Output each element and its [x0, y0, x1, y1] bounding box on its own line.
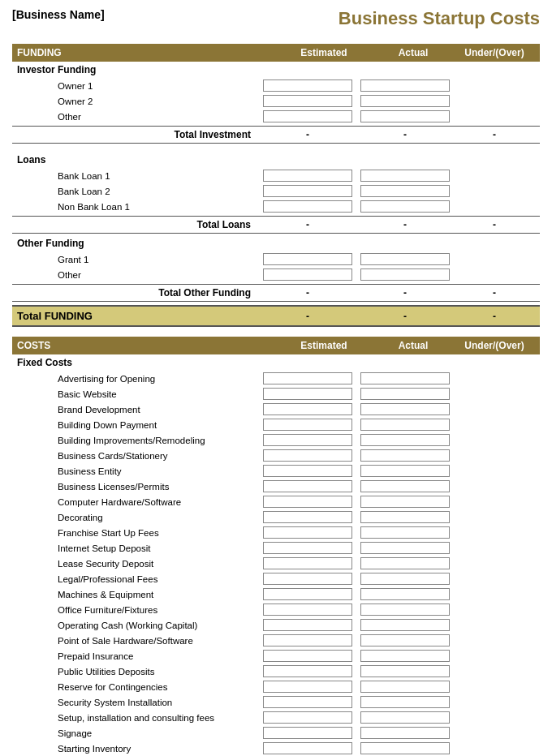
owner2-actual-input[interactable] [360, 95, 450, 107]
fixed-cost-actual-input-14[interactable] [360, 588, 450, 600]
bank-loan1-actual-input[interactable] [360, 170, 450, 182]
fixed-cost-estimated-input-11[interactable] [263, 542, 352, 554]
fixed-cost-actual-input-17[interactable] [360, 634, 450, 646]
fixed-cost-under-15 [458, 604, 531, 616]
fixed-cost-actual-input-20[interactable] [360, 681, 450, 693]
fixed-cost-estimated-input-18[interactable] [263, 650, 352, 662]
fixed-cost-under-12 [458, 557, 531, 569]
fixed-cost-estimated-input-3[interactable] [263, 419, 352, 431]
fixed-cost-estimated-input-6[interactable] [263, 465, 352, 477]
total-investment-label: Total Investment [17, 129, 259, 140]
fixed-cost-under-2 [458, 403, 531, 415]
fixed-cost-estimated-input-2[interactable] [263, 403, 352, 415]
list-item: Non Bank Loan 1 [12, 199, 540, 214]
fixed-cost-actual-input-15[interactable] [360, 604, 450, 616]
owner1-estimated-input[interactable] [263, 79, 352, 92]
non-bank-loan1-label: Non Bank Loan 1 [17, 202, 259, 212]
fixed-cost-estimated-input-14[interactable] [263, 588, 352, 600]
fixed-cost-estimated-input-1[interactable] [263, 388, 352, 400]
funding-col-actual: Actual [373, 47, 454, 58]
fixed-cost-estimated-input-4[interactable] [263, 434, 352, 446]
fixed-cost-under-17 [458, 634, 531, 646]
list-item: Office Furniture/Fixtures [12, 602, 540, 617]
non-bank-loan1-estimated-input[interactable] [263, 200, 352, 213]
fixed-cost-estimated-input-23[interactable] [263, 727, 352, 739]
fixed-cost-label-12: Lease Security Deposit [17, 559, 259, 569]
fixed-cost-actual-input-16[interactable] [360, 619, 450, 631]
fixed-cost-estimated-input-13[interactable] [263, 573, 352, 585]
fixed-cost-estimated-input-21[interactable] [263, 696, 352, 708]
total-other-funding-under: - [458, 287, 531, 299]
fixed-cost-actual-input-13[interactable] [360, 573, 450, 585]
other-funding-other-label: Other [17, 270, 259, 280]
other-funding-other-under [458, 268, 531, 281]
list-item: Basic Website [12, 386, 540, 402]
fixed-cost-actual-input-2[interactable] [360, 403, 450, 415]
list-item: Owner 2 [12, 93, 540, 109]
fixed-cost-actual-input-18[interactable] [360, 650, 450, 662]
total-investment-under: - [458, 129, 531, 140]
grant1-actual-input[interactable] [360, 253, 450, 265]
list-item: Other [12, 267, 540, 282]
fixed-cost-actual-input-21[interactable] [360, 696, 450, 708]
fixed-cost-estimated-input-16[interactable] [263, 619, 352, 631]
fixed-cost-under-22 [458, 711, 531, 724]
fixed-cost-estimated-input-7[interactable] [263, 480, 352, 492]
non-bank-loan1-actual-input[interactable] [360, 200, 450, 213]
other-funding-other-estimated-input[interactable] [263, 268, 352, 281]
fixed-cost-actual-input-11[interactable] [360, 542, 450, 554]
list-item: Public Utilities Deposits [12, 664, 540, 679]
fixed-cost-estimated-input-20[interactable] [263, 681, 352, 693]
other-funding-other-actual-input[interactable] [360, 268, 450, 281]
fixed-cost-label-21: Security System Installation [17, 698, 259, 707]
fixed-cost-estimated-input-8[interactable] [263, 496, 352, 508]
fixed-cost-estimated-input-9[interactable] [263, 511, 352, 523]
investor-other-actual-input[interactable] [360, 110, 450, 122]
bank-loan2-estimated-input[interactable] [263, 185, 352, 197]
fixed-cost-actual-input-8[interactable] [360, 496, 450, 508]
fixed-cost-actual-input-0[interactable] [360, 372, 450, 384]
fixed-cost-estimated-input-5[interactable] [263, 449, 352, 462]
total-investment-row: Total Investment - - - [12, 126, 540, 144]
owner1-actual-input[interactable] [360, 79, 450, 92]
fixed-cost-estimated-input-24[interactable] [263, 742, 352, 754]
fixed-cost-actual-input-7[interactable] [360, 480, 450, 492]
fixed-cost-under-20 [458, 681, 531, 693]
fixed-costs-label: Fixed Costs [12, 354, 540, 371]
fixed-cost-label-11: Internet Setup Deposit [17, 543, 259, 553]
fixed-cost-estimated-input-22[interactable] [263, 711, 352, 724]
fixed-cost-actual-input-10[interactable] [360, 526, 450, 539]
bank-loan2-actual-input[interactable] [360, 185, 450, 197]
investor-other-estimated-input[interactable] [263, 110, 352, 122]
fixed-cost-under-23 [458, 727, 531, 739]
fixed-cost-actual-input-5[interactable] [360, 449, 450, 462]
bank-loan2-label: Bank Loan 2 [17, 187, 259, 196]
list-item: Grant 1 [12, 251, 540, 267]
fixed-cost-actual-input-4[interactable] [360, 434, 450, 446]
fixed-cost-under-13 [458, 573, 531, 585]
owner2-label: Owner 2 [17, 97, 259, 106]
fixed-cost-actual-input-23[interactable] [360, 727, 450, 739]
fixed-cost-estimated-input-17[interactable] [263, 634, 352, 646]
fixed-cost-label-15: Office Furniture/Fixtures [17, 605, 259, 615]
list-item: Prepaid Insurance [12, 648, 540, 664]
fixed-cost-actual-input-24[interactable] [360, 742, 450, 754]
fixed-cost-estimated-input-15[interactable] [263, 604, 352, 616]
total-loans-estimated: - [263, 219, 352, 230]
fixed-cost-actual-input-22[interactable] [360, 711, 450, 724]
fixed-cost-actual-input-12[interactable] [360, 557, 450, 569]
fixed-cost-estimated-input-0[interactable] [263, 372, 352, 384]
fixed-cost-actual-input-9[interactable] [360, 511, 450, 523]
fixed-cost-actual-input-19[interactable] [360, 665, 450, 677]
fixed-cost-actual-input-6[interactable] [360, 465, 450, 477]
grant1-estimated-input[interactable] [263, 253, 352, 265]
grand-total-funding-actual: - [360, 311, 450, 322]
bank-loan1-estimated-input[interactable] [263, 170, 352, 182]
fixed-cost-estimated-input-10[interactable] [263, 526, 352, 539]
fixed-cost-estimated-input-19[interactable] [263, 665, 352, 677]
fixed-cost-actual-input-1[interactable] [360, 388, 450, 400]
fixed-cost-estimated-input-12[interactable] [263, 557, 352, 569]
fixed-cost-actual-input-3[interactable] [360, 419, 450, 431]
owner2-estimated-input[interactable] [263, 95, 352, 107]
business-name: [Business Name] [12, 8, 105, 21]
